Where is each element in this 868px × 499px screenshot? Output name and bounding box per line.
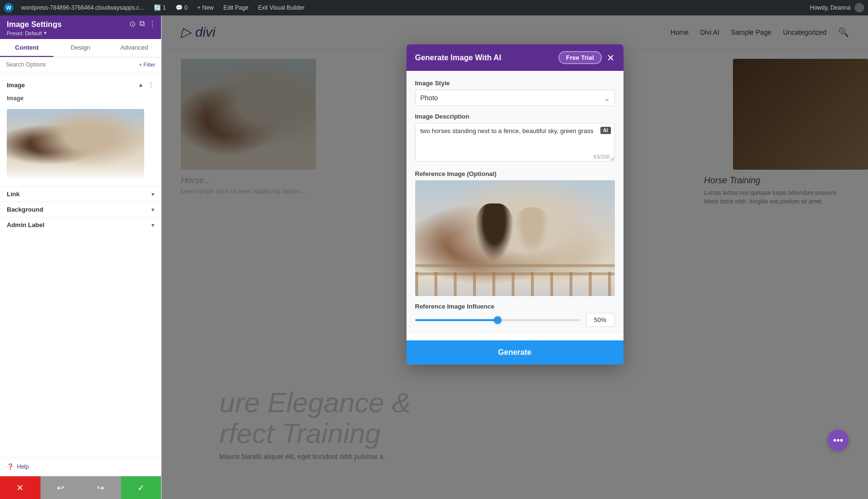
background-section: Background ▾ bbox=[0, 202, 161, 217]
description-textarea[interactable]: two horses standing next to a fence, bea… bbox=[415, 123, 615, 162]
tab-advanced[interactable]: Advanced bbox=[108, 39, 161, 57]
influence-section: Reference Image Influence 50% bbox=[415, 303, 615, 334]
save-icon: ✓ bbox=[137, 483, 145, 493]
undo-button[interactable]: ↩ bbox=[41, 476, 81, 499]
image-style-select[interactable]: Photo Illustration Painting Sketch 3D Re… bbox=[415, 90, 615, 106]
image-field-label: Image bbox=[0, 93, 161, 105]
reference-image-preview bbox=[415, 180, 615, 296]
slider-thumb[interactable] bbox=[494, 316, 502, 324]
sidebar-focus-btn[interactable]: ⊙ bbox=[129, 19, 136, 28]
influence-label: Reference Image Influence bbox=[415, 303, 615, 310]
background-section-header[interactable]: Background ▾ bbox=[0, 202, 161, 217]
ai-badge: AI bbox=[600, 127, 611, 134]
image-description-field: Image Description two horses standing ne… bbox=[415, 113, 615, 163]
admin-label-section: Admin Label ▾ bbox=[0, 217, 161, 232]
sidebar-header-actions: ⊙ ⧉ ⋮ bbox=[129, 19, 156, 28]
influence-value: 50% bbox=[586, 313, 615, 327]
fence-rail-2 bbox=[415, 272, 615, 275]
reference-image-box[interactable] bbox=[415, 180, 615, 296]
fence-decoration bbox=[415, 272, 615, 296]
tab-content[interactable]: Content bbox=[0, 39, 54, 57]
admin-label-section-header[interactable]: Admin Label ▾ bbox=[0, 217, 161, 232]
slider-fill bbox=[415, 319, 498, 321]
notif-count[interactable]: 💬 0 bbox=[174, 4, 190, 11]
reference-image-section: Reference Image (Optional) bbox=[415, 170, 615, 296]
generate-button[interactable]: Generate bbox=[407, 340, 624, 364]
white-horse-shape bbox=[515, 207, 549, 256]
image-style-label: Image Style bbox=[415, 80, 615, 87]
image-preview bbox=[7, 109, 144, 180]
admin-label-section-chevron: ▾ bbox=[151, 222, 154, 229]
description-textarea-wrapper: two horses standing next to a fence, bea… bbox=[415, 123, 615, 163]
cancel-icon: ✕ bbox=[16, 483, 24, 493]
wp-logo[interactable]: W bbox=[4, 3, 14, 13]
search-input[interactable] bbox=[6, 61, 135, 68]
slider-track bbox=[415, 319, 580, 321]
link-section-header[interactable]: Link ▾ bbox=[0, 187, 161, 202]
sidebar-header: Image Settings Preset: Default ▾ ⊙ ⧉ ⋮ bbox=[0, 15, 161, 39]
generate-image-modal: Generate Image With AI Free Trial ✕ Imag… bbox=[407, 44, 624, 364]
image-section-chevron: ▲ bbox=[138, 81, 144, 88]
image-preview-container[interactable] bbox=[0, 105, 161, 186]
redo-button[interactable]: ↪ bbox=[81, 476, 121, 499]
link-section-chevron: ▾ bbox=[151, 191, 154, 198]
comment-count[interactable]: 🔄 1 bbox=[152, 4, 168, 11]
image-style-select-wrapper: Photo Illustration Painting Sketch 3D Re… bbox=[415, 90, 615, 106]
link-section-title: Link bbox=[7, 190, 20, 198]
modal-overlay: Generate Image With AI Free Trial ✕ Imag… bbox=[162, 15, 868, 499]
char-count: 63/200 bbox=[594, 154, 610, 160]
admin-label-section-title: Admin Label bbox=[7, 221, 44, 229]
exit-builder-button[interactable]: Exit Visual Builder bbox=[256, 4, 307, 11]
modal-header: Generate Image With AI Free Trial ✕ bbox=[407, 44, 624, 71]
reference-image-label: Reference Image (Optional) bbox=[415, 170, 615, 177]
background-section-chevron: ▾ bbox=[151, 206, 154, 213]
edit-page-button[interactable]: Edit Page bbox=[221, 4, 250, 11]
sidebar-more-btn[interactable]: ⋮ bbox=[149, 19, 156, 28]
redo-icon: ↪ bbox=[97, 483, 104, 493]
free-trial-button[interactable]: Free Trial bbox=[558, 51, 602, 64]
admin-bar-right: Howdy, Deanna bbox=[810, 3, 865, 13]
modal-close-button[interactable]: ✕ bbox=[607, 53, 615, 63]
new-button[interactable]: + New bbox=[195, 4, 216, 11]
link-section: Link ▾ bbox=[0, 186, 161, 202]
filter-button[interactable]: + Filter bbox=[139, 62, 155, 67]
image-section-more[interactable]: ⋮ bbox=[148, 81, 154, 89]
cancel-button[interactable]: ✕ bbox=[0, 476, 41, 499]
sidebar: Image Settings Preset: Default ▾ ⊙ ⧉ ⋮ C… bbox=[0, 15, 162, 499]
fab-icon: ••• bbox=[833, 435, 843, 446]
floating-action-button[interactable]: ••• bbox=[827, 430, 849, 451]
admin-bar: W wordpress-784896-3766464.cloudwaysapps… bbox=[0, 0, 868, 15]
content-area: ▷ divi Home Divi AI Sample Page Uncatego… bbox=[162, 15, 868, 499]
influence-slider-wrapper bbox=[415, 319, 580, 321]
image-description-label: Image Description bbox=[415, 113, 615, 120]
main-layout: Image Settings Preset: Default ▾ ⊙ ⧉ ⋮ C… bbox=[0, 15, 868, 499]
help-icon: ❓ bbox=[7, 463, 14, 470]
help-section[interactable]: ❓ Help bbox=[0, 457, 161, 476]
horse-image-thumbnail bbox=[7, 109, 144, 180]
modal-header-right: Free Trial ✕ bbox=[558, 51, 615, 64]
dark-horse-shape bbox=[475, 203, 514, 261]
sidebar-preset[interactable]: Preset: Default ▾ bbox=[7, 30, 154, 36]
image-style-field: Image Style Photo Illustration Painting … bbox=[415, 80, 615, 106]
undo-icon: ↩ bbox=[57, 483, 64, 493]
background-section-title: Background bbox=[7, 206, 43, 213]
howdy-text: Howdy, Deanna bbox=[810, 4, 851, 11]
sidebar-bottom-bar: ✕ ↩ ↪ ✓ bbox=[0, 476, 161, 499]
save-button[interactable]: ✓ bbox=[121, 476, 162, 499]
sidebar-content: Image ▲ ⋮ Image Link ▾ bbox=[0, 72, 161, 457]
tab-design[interactable]: Design bbox=[54, 39, 107, 57]
modal-title: Generate Image With AI bbox=[415, 54, 502, 62]
sidebar-tabs: Content Design Advanced bbox=[0, 39, 161, 57]
sidebar-search-area: + Filter bbox=[0, 57, 161, 72]
influence-row: 50% bbox=[415, 313, 615, 327]
fence-rail-1 bbox=[415, 264, 615, 267]
sidebar-split-btn[interactable]: ⧉ bbox=[139, 19, 145, 28]
help-label: Help bbox=[17, 463, 29, 470]
site-url[interactable]: wordpress-784896-3766464.cloudwaysapps.c… bbox=[19, 4, 146, 11]
image-section-header[interactable]: Image ▲ ⋮ bbox=[0, 77, 161, 93]
modal-body: Image Style Photo Illustration Painting … bbox=[407, 71, 624, 334]
image-section-title: Image bbox=[7, 81, 25, 89]
user-avatar[interactable] bbox=[854, 3, 864, 13]
